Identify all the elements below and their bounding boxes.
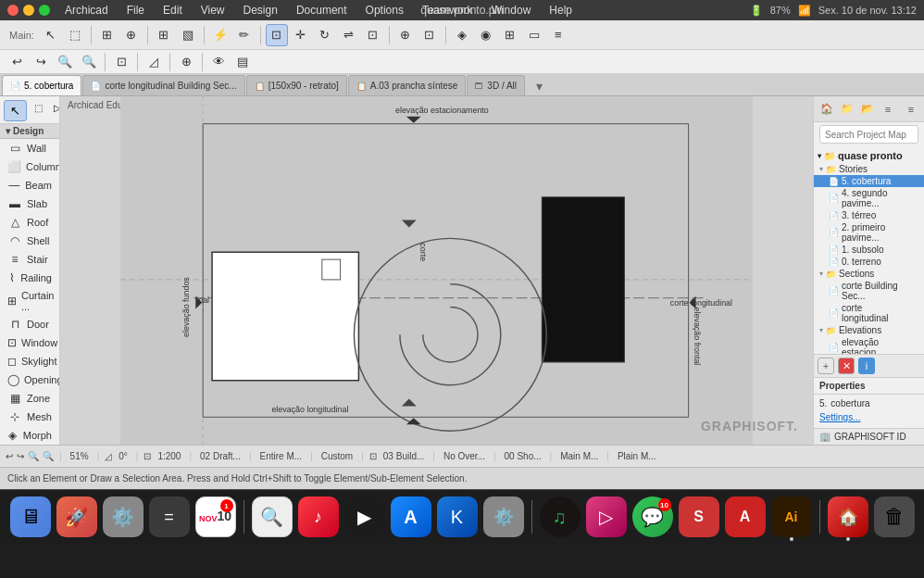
zoom-in-btn[interactable]: 🔍 [78, 51, 100, 73]
tool-door[interactable]: ⊓Door [0, 315, 59, 333]
view-btn[interactable]: 👁 [207, 51, 230, 73]
project-root[interactable]: ▾ 📁 quase pronto [814, 148, 924, 163]
transform-tool[interactable]: ▷ [50, 100, 60, 121]
tool-window[interactable]: ⊡Window [0, 333, 59, 352]
dock-music[interactable]: ♪ [298, 496, 339, 537]
status-main-m[interactable]: Main M... [557, 451, 601, 461]
dock-finder[interactable]: 🖥 [10, 496, 51, 537]
dock-system-prefs2[interactable]: ⚙️ [483, 496, 524, 537]
menu-options[interactable]: Options [362, 2, 407, 19]
tool-beam[interactable]: —Beam [0, 176, 59, 195]
angle-btn[interactable]: ◿ [143, 51, 165, 73]
3d-btn[interactable]: ◈ [451, 24, 473, 46]
menu-view[interactable]: View [197, 2, 229, 19]
status-view[interactable]: Entire M... [257, 451, 306, 461]
story-1subsolo[interactable]: 📄 1. subsolo [814, 244, 924, 256]
menu-help[interactable]: Help [545, 2, 576, 19]
tool-slab[interactable]: ▬Slab [0, 195, 59, 213]
drawing-canvas[interactable]: elevação estacionamento elevação longitu… [60, 96, 813, 445]
story-2primeiro[interactable]: 📄 2. primeiro pavime... [814, 221, 924, 244]
status-undo[interactable]: ↩ [6, 451, 13, 461]
marquee-selection[interactable]: ⬚ [29, 100, 48, 121]
dock-files[interactable]: 🔍 [252, 496, 293, 537]
dock-illustrator[interactable]: Ai [771, 496, 812, 537]
tool-mesh[interactable]: ⊹Mesh [0, 408, 59, 426]
tool-shell[interactable]: ◠Shell [0, 232, 59, 250]
tab-3d[interactable]: 🗔 3D / All [467, 75, 525, 95]
section-corte-building[interactable]: 📄 corte Building Sec... [814, 280, 924, 302]
close-button[interactable] [7, 5, 19, 16]
elev-estacion[interactable]: 📄 elevação estacion... [814, 336, 924, 354]
dock-sketchup[interactable]: S [679, 496, 719, 537]
dock-calendar[interactable]: NOV 10 1 [195, 496, 236, 537]
tool-railing[interactable]: ⌇Railing [0, 269, 59, 287]
dock-trash[interactable]: 🗑 [874, 496, 915, 537]
fill-tool[interactable]: ▧ [177, 24, 199, 46]
folder-btn[interactable]: 📁 [838, 100, 856, 119]
tab-150x90[interactable]: 📋 [150x90 - retrato] [246, 75, 347, 95]
tool-curtain[interactable]: ⊞Curtain ... [0, 287, 59, 315]
tool-morph[interactable]: ◈Morph [0, 426, 59, 445]
status-angle-val[interactable]: 0° [116, 451, 131, 461]
pen-btn[interactable]: ✏ [233, 24, 256, 46]
story-3terreo[interactable]: 📄 3. térreo [814, 209, 924, 221]
stories-section[interactable]: ▾ 📁 Stories [814, 163, 924, 175]
status-redo[interactable]: ↪ [17, 451, 24, 461]
dock-keynote[interactable]: K [437, 496, 478, 537]
status-override[interactable]: No Over... [441, 451, 488, 461]
move-btn[interactable]: ✛ [290, 24, 312, 46]
layer2-btn[interactable]: ▤ [231, 51, 254, 73]
tool-skylight[interactable]: ◻Skylight [0, 352, 59, 371]
grid-tool[interactable]: ⊞ [153, 24, 175, 46]
settings-link[interactable]: Settings... [819, 412, 860, 422]
design-section[interactable]: ▾ Design [0, 124, 59, 139]
tool-wall[interactable]: ▭Wall [0, 139, 59, 157]
status-scale[interactable]: 1:200 [155, 451, 183, 461]
dock-archicad-app[interactable]: 🏠 [828, 496, 868, 537]
tool-zone[interactable]: ▦Zone [0, 389, 59, 408]
tool-roof[interactable]: △Roof [0, 213, 59, 232]
coord-btn[interactable]: ⊕ [175, 51, 197, 73]
status-custom[interactable]: Custom [318, 451, 356, 461]
minimize-button[interactable] [23, 5, 34, 16]
search-input[interactable] [819, 125, 918, 144]
menu-document[interactable]: Document [293, 2, 351, 19]
scale-btn[interactable]: ⊡ [362, 24, 384, 46]
dock-autocad[interactable]: A [725, 496, 766, 537]
canvas-area[interactable]: Archicad Education version, not for resa… [60, 96, 813, 445]
tool-column[interactable]: ⬜Column [0, 157, 59, 176]
new-folder-btn[interactable]: 📂 [858, 100, 877, 119]
section-btn[interactable]: ⊞ [499, 24, 521, 46]
elevation-btn[interactable]: ▭ [523, 24, 545, 46]
dock-messages[interactable]: 💬 10 [632, 496, 673, 537]
menu-design[interactable]: Design [240, 2, 281, 19]
arrow-selection[interactable]: ↖ [4, 100, 27, 121]
home-btn[interactable]: 🏠 [818, 100, 836, 119]
dock-launchpad[interactable]: 🚀 [56, 496, 97, 537]
dock-calculator[interactable]: = [149, 496, 190, 537]
sections-section[interactable]: ▾ 📁 Sections [814, 268, 924, 280]
rotate-btn[interactable]: ↻ [314, 24, 336, 46]
story-5cobertura[interactable]: 📄 5. cobertura [814, 175, 924, 187]
status-plain-m[interactable]: Plain M... [615, 451, 659, 461]
panel-delete-btn[interactable]: ✕ [838, 358, 855, 374]
layer-btn[interactable]: ⚡ [209, 24, 231, 46]
schedule-btn[interactable]: ≡ [547, 24, 569, 46]
panel-options-btn[interactable]: ≡ [902, 100, 920, 119]
panel-add-btn[interactable]: + [818, 358, 834, 374]
paste-btn[interactable]: ⊡ [418, 24, 441, 46]
dock-system-prefs[interactable]: ⚙️ [103, 496, 144, 537]
redo-btn[interactable]: ↪ [30, 51, 52, 73]
mirror-btn[interactable]: ⇌ [338, 24, 360, 46]
menu-edit[interactable]: Edit [159, 2, 186, 19]
snap-guide[interactable]: ⊕ [120, 24, 143, 46]
dock-flow[interactable]: ▷ [586, 496, 627, 537]
tab-5cobertura[interactable]: 📄 5. cobertura [2, 75, 81, 95]
status-draft[interactable]: 02 Draft... [197, 451, 243, 461]
status-show[interactable]: 00 Sho... [502, 451, 544, 461]
maximize-button[interactable] [39, 5, 50, 16]
menu-archicad[interactable]: Archicad [61, 2, 112, 19]
dock-appstore[interactable]: A [391, 496, 431, 537]
dock-appletv[interactable]: ▶ [344, 496, 385, 537]
undo-btn[interactable]: ↩ [6, 51, 28, 73]
